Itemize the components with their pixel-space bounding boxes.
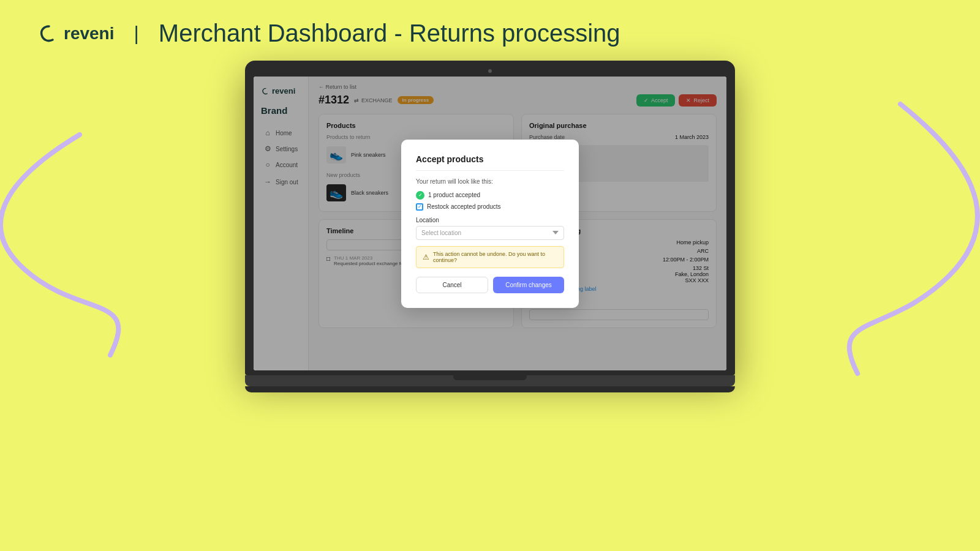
laptop: reveni Brand ⌂ Home ⚙ Settings: [245, 61, 735, 392]
logo-text: reveni: [64, 24, 115, 43]
check-accepted-icon: ✓: [416, 191, 424, 200]
laptop-screen-border: reveni Brand ⌂ Home ⚙ Settings: [245, 61, 735, 375]
reveni-logo: reveni: [37, 23, 115, 45]
warning-icon: ⚠: [423, 253, 429, 261]
check-restock-icon[interactable]: ✓: [416, 203, 423, 211]
laptop-bottom: [245, 386, 735, 392]
confirm-button[interactable]: Confirm changes: [493, 277, 564, 293]
check-restock-label: Restock accepted products: [427, 203, 501, 210]
laptop-base: [245, 375, 735, 386]
laptop-camera: [488, 69, 492, 73]
warning-text: This action cannot be undone. Do you wan…: [433, 251, 557, 263]
laptop-screen: reveni Brand ⌂ Home ⚙ Settings: [254, 77, 726, 370]
page-header: reveni | Merchant Dashboard - Returns pr…: [0, 0, 980, 67]
modal-overlay: Accept products Your return will look li…: [254, 77, 726, 370]
location-select[interactable]: Select location: [416, 226, 564, 240]
cancel-button[interactable]: Cancel: [416, 277, 488, 293]
location-label: Location: [416, 217, 564, 223]
modal-actions: Cancel Confirm changes: [416, 277, 564, 293]
accept-products-modal: Accept products Your return will look li…: [401, 140, 579, 308]
modal-check-row-1: ✓ 1 product accepted: [416, 191, 564, 200]
modal-check-row-2: ✓ Restock accepted products: [416, 203, 564, 211]
modal-subtitle: Your return will look like this:: [416, 178, 564, 185]
page-title: Merchant Dashboard - Returns processing: [159, 20, 620, 47]
logo-icon: [37, 23, 59, 45]
header-divider: |: [134, 22, 139, 45]
laptop-wrapper: reveni Brand ⌂ Home ⚙ Settings: [0, 61, 980, 392]
modal-title: Accept products: [416, 154, 564, 171]
modal-warning: ⚠ This action cannot be undone. Do you w…: [416, 246, 564, 268]
check-accepted-label: 1 product accepted: [428, 192, 480, 198]
